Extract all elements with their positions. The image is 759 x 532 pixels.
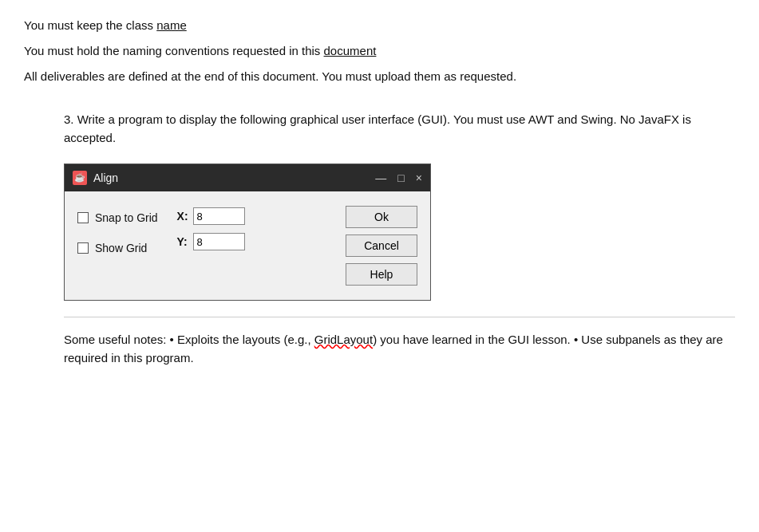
line2: You must hold the naming conventions req… — [24, 41, 735, 61]
gui-body: Snap to Grid Show Grid X: Y: — [65, 191, 430, 300]
y-input[interactable] — [193, 233, 245, 250]
show-grid-label: Show Grid — [95, 239, 147, 257]
close-button[interactable]: × — [416, 172, 422, 183]
x-label: X: — [177, 207, 188, 225]
help-button[interactable]: Help — [346, 263, 417, 286]
show-grid-row: Show Grid — [77, 239, 158, 257]
xy-col: X: Y: — [177, 207, 245, 251]
name-link[interactable]: name — [156, 18, 187, 32]
notes: Some useful notes: • Exploits the layout… — [64, 330, 735, 368]
question-number: 3. — [64, 112, 74, 126]
java-icon: ☕ — [73, 171, 87, 185]
gui-title: Align — [93, 169, 369, 187]
line1-pre: You must keep the class — [24, 18, 156, 32]
snap-to-grid-label: Snap to Grid — [95, 209, 158, 227]
grid-layout-link[interactable]: GridLayout — [314, 333, 373, 346]
checkboxes-col: Snap to Grid Show Grid — [77, 207, 158, 258]
line3: All deliverables are defined at the end … — [24, 67, 735, 86]
document-link[interactable]: document — [324, 44, 377, 57]
notes-pre: Some useful notes: • Exploits the layout… — [64, 333, 314, 346]
line2-pre: You must hold the naming conventions req… — [24, 44, 324, 57]
gui-middle: Snap to Grid Show Grid X: Y: — [77, 206, 245, 258]
y-label: Y: — [177, 233, 188, 250]
ok-button[interactable]: Ok — [346, 206, 417, 228]
x-row: X: — [177, 207, 245, 225]
y-row: Y: — [177, 233, 245, 250]
show-grid-checkbox[interactable] — [77, 242, 89, 254]
question-body: Write a program to display the following… — [64, 112, 691, 144]
gui-buttons: Ok Cancel Help — [346, 206, 417, 286]
gui-fields: Snap to Grid Show Grid X: Y: — [77, 207, 245, 258]
snap-to-grid-checkbox[interactable] — [77, 212, 89, 223]
question-text: 3. Write a program to display the follow… — [64, 110, 735, 148]
cancel-button[interactable]: Cancel — [346, 234, 417, 257]
snap-to-grid-row: Snap to Grid — [77, 209, 158, 227]
divider — [64, 317, 735, 317]
gui-titlebar: ☕ Align — □ × — [65, 164, 430, 191]
maximize-button[interactable]: □ — [397, 172, 404, 183]
line1: You must keep the class name — [24, 16, 735, 35]
question-block: 3. Write a program to display the follow… — [64, 110, 735, 367]
x-input[interactable] — [193, 207, 245, 225]
minimize-button[interactable]: — — [375, 172, 386, 183]
window-controls: — □ × — [375, 172, 422, 183]
gui-window: ☕ Align — □ × Snap to Grid — [64, 164, 431, 301]
